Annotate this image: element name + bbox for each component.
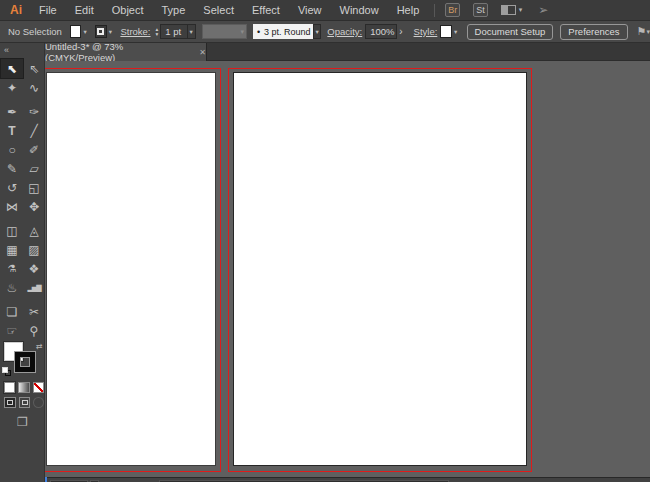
stroke-weight-stepper[interactable]: ▴ ▾ xyxy=(156,27,159,37)
gradient-tool[interactable]: ▨ xyxy=(23,240,45,259)
perspective-grid-tool[interactable]: ◬ xyxy=(23,221,45,240)
fill-stroke-controls: ⇄ xyxy=(0,342,44,378)
brush-preview-icon: • xyxy=(257,27,260,37)
stroke-chevron-icon[interactable]: ▾ xyxy=(107,25,115,38)
symbol-sprayer-tool[interactable]: ♨ xyxy=(1,278,23,297)
none-button[interactable] xyxy=(33,382,44,393)
artboard-1[interactable] xyxy=(46,72,216,466)
width-profile-dropdown: ▾ xyxy=(202,24,247,39)
adobe-stock-button[interactable]: St xyxy=(473,3,488,17)
slice-tool[interactable]: ✂ xyxy=(23,302,45,321)
menubar-divider xyxy=(434,4,435,17)
control-panel-chevron-icon[interactable]: ▾ xyxy=(646,28,650,36)
fill-color-swatch[interactable] xyxy=(70,25,81,38)
preferences-button[interactable]: Preferences xyxy=(560,24,627,40)
pencil-tool[interactable]: ✎ xyxy=(1,159,23,178)
menu-edit[interactable]: Edit xyxy=(66,0,103,21)
draw-normal-button[interactable] xyxy=(4,397,16,408)
draw-inside-button xyxy=(33,397,44,408)
swap-fill-stroke-icon[interactable]: ⇄ xyxy=(36,342,43,351)
document-setup-button[interactable]: Document Setup xyxy=(467,24,554,40)
style-label[interactable]: Style: xyxy=(414,26,438,37)
magic-wand-tool[interactable]: ✦ xyxy=(1,78,23,97)
zoom-tool[interactable]: ⚲ xyxy=(23,321,45,340)
ellipse-tool[interactable]: ○ xyxy=(1,140,23,159)
opacity-popout-icon[interactable]: › xyxy=(399,26,402,37)
opacity-label[interactable]: Opacity: xyxy=(327,26,362,37)
collapse-panel-icon[interactable]: « xyxy=(4,45,9,55)
stroke-color-swatch[interactable] xyxy=(95,25,106,38)
stepper-down-icon[interactable]: ▾ xyxy=(156,32,159,37)
brush-chevron-icon[interactable]: ▾ xyxy=(313,24,321,39)
color-type-buttons xyxy=(0,382,44,393)
workspace-switcher-icon[interactable] xyxy=(501,5,516,15)
width-profile-chevron-icon: ▾ xyxy=(240,28,246,36)
artboard-number-field[interactable] xyxy=(45,477,47,482)
column-graph-tool[interactable]: ▂▅▇ xyxy=(23,278,45,297)
chevron-down-icon[interactable]: ▾ xyxy=(519,6,523,14)
width-tool[interactable]: ⋈ xyxy=(1,197,23,216)
gradient-button[interactable] xyxy=(18,382,29,393)
lasso-tool[interactable]: ∿ xyxy=(23,78,45,97)
curvature-tool[interactable]: ✑ xyxy=(23,102,45,121)
drawing-mode-buttons xyxy=(0,397,44,408)
menu-object[interactable]: Object xyxy=(103,0,153,21)
stroke-weight-chevron-icon[interactable]: ▾ xyxy=(188,24,196,39)
screen-mode-button[interactable]: ❐ xyxy=(0,415,45,429)
stroke-swatch[interactable] xyxy=(15,352,35,372)
menu-help[interactable]: Help xyxy=(388,0,429,21)
tools-panel: « ⬉ ⇖ ✦ ∿ ✒ ✑ T ╱ ○ ✐ ✎ ▱ ↺ ◱ ⋈ ✥ ◫ ◬ ▦ … xyxy=(0,43,45,482)
menu-type[interactable]: Type xyxy=(153,0,195,21)
shape-builder-tool[interactable]: ◫ xyxy=(1,221,23,240)
line-segment-tool[interactable]: ╱ xyxy=(23,121,45,140)
menu-file[interactable]: File xyxy=(30,0,66,21)
menu-window[interactable]: Window xyxy=(331,0,388,21)
brush-definition-dropdown[interactable]: • 3 pt. Round xyxy=(253,24,313,39)
control-bar: No Selection ▾ ▾ Stroke: ▴ ▾ 1 pt ▾ ▾ • … xyxy=(0,21,650,43)
menu-bar: Ai File Edit Object Type Select Effect V… xyxy=(0,0,650,21)
stroke-weight-label[interactable]: Stroke: xyxy=(120,26,150,37)
default-fill-stroke-icon[interactable] xyxy=(2,367,12,377)
brush-name-label: 3 pt. Round xyxy=(264,27,311,37)
color-button[interactable] xyxy=(4,382,15,393)
direct-selection-tool[interactable]: ⇖ xyxy=(23,59,45,78)
eyedropper-tool[interactable]: ⚗ xyxy=(1,259,23,278)
share-app-icon: ➢ xyxy=(538,3,548,17)
artboard-2[interactable] xyxy=(233,72,527,466)
opacity-input[interactable]: 100% xyxy=(365,24,397,39)
document-tab[interactable]: Untitled-3* @ 73% (CMYK/Preview) ✕ xyxy=(45,43,207,61)
paintbrush-tool[interactable]: ✐ xyxy=(23,140,45,159)
blend-tool[interactable]: ❖ xyxy=(23,259,45,278)
style-swatch[interactable] xyxy=(440,25,451,38)
hand-tool[interactable]: ☞ xyxy=(1,321,23,340)
type-tool[interactable]: T xyxy=(1,121,23,140)
eraser-tool[interactable]: ▱ xyxy=(23,159,45,178)
pen-tool[interactable]: ✒ xyxy=(1,102,23,121)
status-bar xyxy=(45,477,650,482)
document-title: Untitled-3* @ 73% (CMYK/Preview) xyxy=(45,41,191,63)
selection-status-label: No Selection xyxy=(8,26,62,37)
menu-effect[interactable]: Effect xyxy=(243,0,289,21)
mesh-tool[interactable]: ▦ xyxy=(1,240,23,259)
scale-tool[interactable]: ◱ xyxy=(23,178,45,197)
menu-select[interactable]: Select xyxy=(194,0,243,21)
app-logo-icon: Ai xyxy=(10,3,22,17)
canvas-area[interactable] xyxy=(45,61,650,477)
fill-chevron-icon[interactable]: ▾ xyxy=(81,25,89,38)
draw-behind-button[interactable] xyxy=(19,397,31,408)
control-panel-options-icon[interactable]: ⚑ xyxy=(637,25,647,38)
selection-tool[interactable]: ⬉ xyxy=(1,59,23,78)
rotate-tool[interactable]: ↺ xyxy=(1,178,23,197)
document-tab-bar: Untitled-3* @ 73% (CMYK/Preview) ✕ xyxy=(45,43,650,61)
tools-grid: ⬉ ⇖ ✦ ∿ ✒ ✑ T ╱ ○ ✐ ✎ ▱ ↺ ◱ ⋈ ✥ ◫ ◬ ▦ ▨ … xyxy=(0,59,44,340)
artboard-tool[interactable]: ❏ xyxy=(1,302,23,321)
stroke-weight-input[interactable]: 1 pt xyxy=(160,24,187,39)
close-icon[interactable]: ✕ xyxy=(199,48,206,57)
free-transform-tool[interactable]: ✥ xyxy=(23,197,45,216)
illustrator-window: Ai File Edit Object Type Select Effect V… xyxy=(0,0,650,482)
go-to-bridge-button[interactable]: Br xyxy=(445,3,460,17)
style-chevron-icon[interactable]: ▾ xyxy=(452,25,460,38)
menu-view[interactable]: View xyxy=(289,0,331,21)
